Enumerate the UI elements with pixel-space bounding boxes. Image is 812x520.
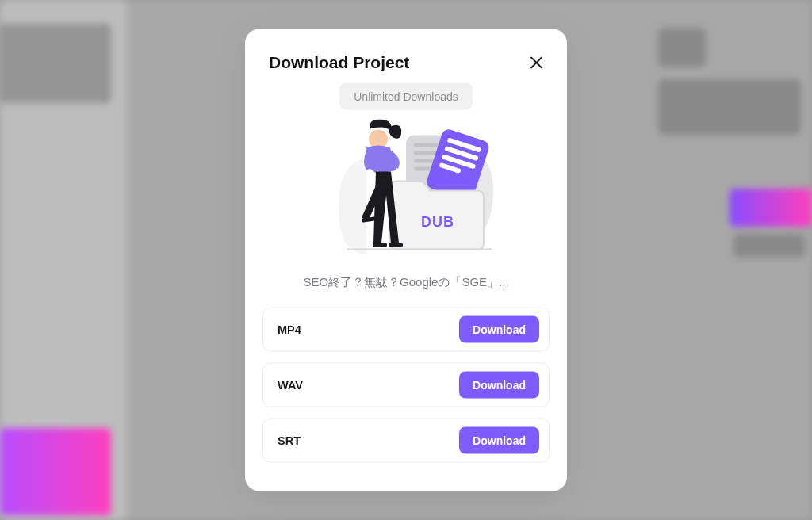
blurred-shape — [0, 428, 111, 515]
folder-illustration: DUB — [303, 120, 509, 262]
blurred-shape — [730, 189, 812, 227]
download-project-modal: Download Project Unlimited Downloads DUB — [245, 29, 567, 491]
download-button-mp4[interactable]: Download — [459, 316, 539, 343]
blurred-shape — [733, 234, 805, 258]
dub-label: DUB — [421, 214, 454, 230]
blurred-shape — [658, 28, 706, 67]
modal-title: Download Project — [269, 53, 409, 72]
download-list: MP4 Download WAV Download SRT Download — [245, 308, 567, 463]
download-button-srt[interactable]: Download — [459, 427, 539, 454]
svg-rect-13 — [389, 243, 403, 247]
format-label: WAV — [278, 379, 303, 392]
svg-rect-12 — [373, 243, 387, 247]
project-name: SEO終了？無駄？Googleの「SGE」... — [261, 275, 551, 290]
download-row-srt: SRT Download — [262, 419, 550, 463]
close-icon[interactable] — [529, 55, 543, 70]
blurred-shape — [0, 24, 111, 103]
blurred-shape — [658, 79, 801, 135]
download-button-wav[interactable]: Download — [459, 372, 539, 399]
modal-header: Download Project — [245, 53, 567, 83]
download-row-mp4: MP4 Download — [262, 308, 550, 352]
format-label: MP4 — [278, 323, 301, 336]
download-row-wav: WAV Download — [262, 363, 550, 407]
format-label: SRT — [278, 434, 301, 447]
unlimited-downloads-badge: Unlimited Downloads — [339, 83, 473, 110]
